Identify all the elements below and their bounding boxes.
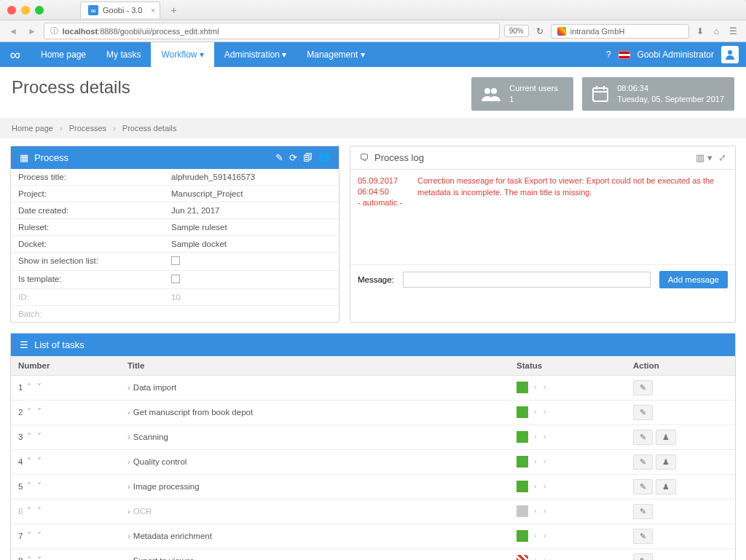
edit-task-button[interactable]: ✎ <box>633 553 653 560</box>
status-next-icon[interactable]: › <box>543 382 549 391</box>
task-title[interactable]: Export to viewer <box>133 556 193 560</box>
language-flag-icon[interactable] <box>619 51 630 59</box>
globe-icon[interactable]: 🌐 <box>318 152 330 163</box>
edit-task-button[interactable]: ✎ <box>633 529 653 544</box>
task-title[interactable]: Scanning <box>133 433 168 441</box>
menu-icon[interactable]: ☰ <box>726 26 740 36</box>
kv-date-val: Jun 21, 2017 <box>171 206 331 215</box>
add-message-button[interactable]: Add message <box>659 271 728 288</box>
site-info-icon[interactable]: ⓘ <box>50 25 58 36</box>
move-up-icon[interactable]: ˄ <box>27 482 33 491</box>
move-down-icon[interactable]: ˅ <box>37 507 43 516</box>
status-next-icon[interactable]: › <box>543 531 549 540</box>
status-prev-icon[interactable]: ‹ <box>534 457 539 465</box>
columns-icon[interactable]: ▥ ▾ <box>696 152 712 163</box>
tab-close-icon[interactable]: × <box>151 6 155 15</box>
move-up-icon[interactable]: ˄ <box>27 556 33 560</box>
move-down-icon[interactable]: ˅ <box>37 482 43 491</box>
move-down-icon[interactable]: ˅ <box>37 532 43 540</box>
move-down-icon[interactable]: ˅ <box>37 383 43 392</box>
status-prev-icon[interactable]: ‹ <box>534 506 539 515</box>
status-prev-icon[interactable]: ‹ <box>534 556 539 560</box>
move-down-icon[interactable]: ˅ <box>37 433 43 441</box>
current-user[interactable]: Goobi Administrator <box>637 50 714 60</box>
edit-task-button[interactable]: ✎ <box>633 454 653 470</box>
window-close-button[interactable] <box>7 6 16 15</box>
forward-button[interactable]: ► <box>25 25 39 38</box>
task-title[interactable]: Quality control <box>133 457 187 466</box>
chevron-right-icon[interactable]: › <box>127 408 130 417</box>
expand-icon[interactable]: ⤢ <box>718 152 726 163</box>
reload-button[interactable]: ↻ <box>533 26 546 36</box>
move-up-icon[interactable]: ˄ <box>27 383 33 392</box>
copy-icon[interactable]: 🗐 <box>303 152 313 163</box>
chevron-right-icon[interactable]: › <box>127 507 130 516</box>
edit-task-button[interactable]: ✎ <box>633 405 653 420</box>
message-input[interactable] <box>403 272 651 288</box>
move-up-icon[interactable]: ˄ <box>27 408 33 417</box>
show-checkbox[interactable] <box>171 256 180 265</box>
status-next-icon[interactable]: › <box>543 481 549 490</box>
home-icon[interactable]: ⌂ <box>711 26 722 36</box>
user-avatar-icon[interactable] <box>721 46 739 63</box>
app-logo[interactable]: ∞ <box>0 42 31 67</box>
move-up-icon[interactable]: ˄ <box>27 507 33 516</box>
task-title[interactable]: Metadata enrichment <box>133 532 212 540</box>
url-input[interactable]: ⓘ localhost :8888/goobi/uii/process_edit… <box>44 23 500 39</box>
status-prev-icon[interactable]: ‹ <box>534 382 539 391</box>
breadcrumb-processes[interactable]: Processes <box>69 124 106 133</box>
extra-action-button[interactable]: ♟ <box>656 454 676 470</box>
task-title[interactable]: Data import <box>133 383 176 392</box>
move-up-icon[interactable]: ˄ <box>27 457 33 466</box>
status-prev-icon[interactable]: ‹ <box>534 481 539 490</box>
download-icon[interactable]: ⬇ <box>694 26 707 36</box>
breadcrumb-home[interactable]: Home page <box>12 124 53 133</box>
move-down-icon[interactable]: ˅ <box>37 556 43 560</box>
task-title[interactable]: Image processing <box>133 482 200 491</box>
extra-action-button[interactable]: ♟ <box>656 479 676 494</box>
col-number: Number <box>11 356 120 376</box>
chevron-right-icon[interactable]: › <box>127 383 130 392</box>
edit-task-button[interactable]: ✎ <box>633 380 653 395</box>
move-up-icon[interactable]: ˄ <box>27 532 33 540</box>
edit-task-button[interactable]: ✎ <box>633 479 653 494</box>
task-row: 2˄ ˅›Get manuscript from book depot‹ ›✎ <box>11 400 735 425</box>
template-checkbox[interactable] <box>171 275 180 283</box>
status-next-icon[interactable]: › <box>543 457 549 465</box>
chevron-right-icon[interactable]: › <box>127 457 130 466</box>
zoom-indicator[interactable]: 90% <box>504 25 529 37</box>
extra-action-button[interactable]: ♟ <box>656 430 676 445</box>
chevron-right-icon[interactable]: › <box>127 482 130 491</box>
task-title[interactable]: OCR <box>133 507 152 516</box>
refresh-icon[interactable]: ⟳ <box>289 152 297 163</box>
status-next-icon[interactable]: › <box>543 506 549 515</box>
edit-task-button[interactable]: ✎ <box>633 430 653 445</box>
browser-tab[interactable]: ∞ Goobi - 3.0 × <box>80 1 160 18</box>
move-up-icon[interactable]: ˄ <box>27 433 33 441</box>
new-tab-button[interactable]: + <box>166 3 181 17</box>
nav-admin[interactable]: Administration ▾ <box>214 42 297 67</box>
move-down-icon[interactable]: ˅ <box>37 408 43 417</box>
status-next-icon[interactable]: › <box>543 556 549 560</box>
window-maximize-button[interactable] <box>35 6 44 15</box>
chevron-right-icon[interactable]: › <box>127 556 130 560</box>
nav-management[interactable]: Management ▾ <box>297 42 374 67</box>
back-button[interactable]: ◄ <box>6 25 20 38</box>
status-prev-icon[interactable]: ‹ <box>534 432 539 441</box>
nav-workflow[interactable]: Workflow ▾ <box>151 42 213 67</box>
nav-mytasks[interactable]: My tasks <box>96 42 151 67</box>
browser-search-input[interactable]: intranda GmbH <box>551 24 689 39</box>
edit-icon[interactable]: ✎ <box>275 152 283 163</box>
window-minimize-button[interactable] <box>21 6 30 15</box>
nav-home[interactable]: Home page <box>31 42 96 67</box>
move-down-icon[interactable]: ˅ <box>37 457 43 466</box>
status-prev-icon[interactable]: ‹ <box>534 531 539 540</box>
status-next-icon[interactable]: › <box>543 432 549 441</box>
status-next-icon[interactable]: › <box>543 407 549 416</box>
chevron-right-icon[interactable]: › <box>127 532 130 540</box>
status-prev-icon[interactable]: ‹ <box>534 407 539 416</box>
help-icon[interactable]: ? <box>606 50 611 60</box>
task-title[interactable]: Get manuscript from book depot <box>133 408 253 417</box>
edit-task-button[interactable]: ✎ <box>633 504 653 519</box>
chevron-right-icon[interactable]: › <box>127 433 130 441</box>
